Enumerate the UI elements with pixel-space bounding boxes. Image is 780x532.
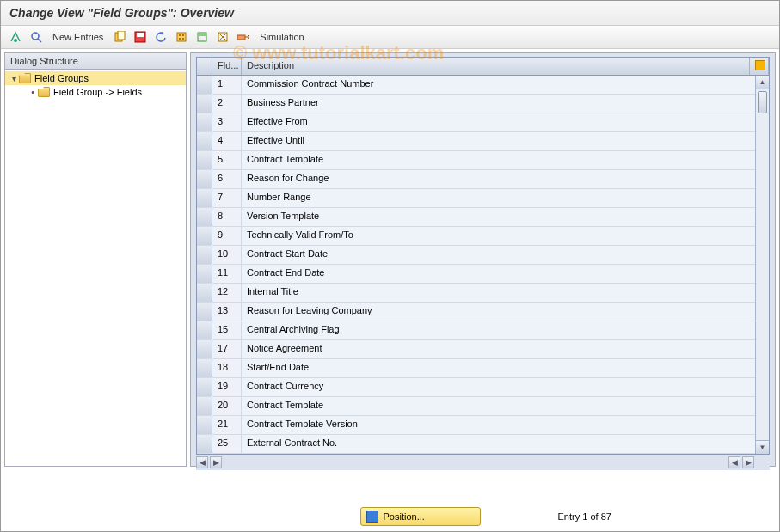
simulation-button[interactable]: Simulation: [256, 30, 307, 44]
row-selector[interactable]: [197, 189, 212, 207]
row-selector[interactable]: [197, 340, 212, 358]
row-selector[interactable]: [197, 435, 212, 453]
scroll-left-button[interactable]: ◀: [196, 456, 208, 468]
deselect-all-icon[interactable]: [215, 29, 230, 45]
table-row[interactable]: 19Contract Currency: [197, 378, 769, 397]
scroll-right-end-button[interactable]: ▶: [742, 456, 754, 468]
select-block-icon[interactable]: [194, 29, 210, 45]
cell-fld[interactable]: 9: [212, 227, 242, 245]
cell-description[interactable]: Reason for Change: [242, 170, 769, 188]
cell-fld[interactable]: 25: [212, 435, 242, 453]
cell-description[interactable]: Reason for Leaving Company: [242, 303, 769, 321]
row-selector[interactable]: [197, 246, 212, 264]
other-view-icon[interactable]: [8, 29, 23, 45]
cell-description[interactable]: Notice Agreement: [242, 340, 769, 358]
column-fld[interactable]: Fld...: [212, 58, 242, 75]
collapse-icon[interactable]: ▾: [9, 74, 19, 83]
cell-description[interactable]: Contract End Date: [242, 265, 769, 283]
cell-description[interactable]: Contract Start Date: [242, 246, 769, 264]
table-row[interactable]: 8Version Template: [197, 208, 769, 227]
row-selector[interactable]: [197, 113, 212, 131]
cell-fld[interactable]: 8: [212, 208, 242, 226]
table-row[interactable]: 9Technically Valid From/To: [197, 227, 769, 246]
table-row[interactable]: 11Contract End Date: [197, 265, 769, 284]
scroll-track[interactable]: [756, 89, 769, 440]
column-selector[interactable]: [197, 58, 212, 75]
table-row[interactable]: 1Commission Contract Number: [197, 76, 769, 95]
transport-icon[interactable]: [236, 29, 251, 45]
position-button[interactable]: Position...: [360, 507, 481, 526]
copy-icon[interactable]: [112, 29, 127, 45]
cell-fld[interactable]: 13: [212, 303, 242, 321]
row-selector[interactable]: [197, 284, 212, 302]
vertical-scrollbar[interactable]: ▲ ▼: [755, 76, 769, 454]
row-selector[interactable]: [197, 170, 212, 188]
cell-description[interactable]: Start/End Date: [242, 359, 769, 377]
table-row[interactable]: 20Contract Template: [197, 397, 769, 416]
undo-icon[interactable]: [153, 29, 169, 45]
row-selector[interactable]: [197, 132, 212, 150]
row-selector[interactable]: [197, 76, 212, 94]
configure-columns-button[interactable]: [750, 58, 769, 75]
column-description[interactable]: Description: [242, 58, 750, 75]
cell-fld[interactable]: 5: [212, 151, 242, 169]
table-row[interactable]: 21Contract Template Version: [197, 416, 769, 435]
row-selector[interactable]: [197, 378, 212, 396]
table-row[interactable]: 10Contract Start Date: [197, 246, 769, 265]
save-icon[interactable]: [132, 29, 148, 45]
cell-fld[interactable]: 11: [212, 265, 242, 283]
cell-description[interactable]: Contract Template: [242, 151, 769, 169]
table-row[interactable]: 17Notice Agreement: [197, 340, 769, 359]
scroll-down-button[interactable]: ▼: [756, 440, 769, 454]
row-selector[interactable]: [197, 416, 212, 434]
cell-description[interactable]: Number Range: [242, 189, 769, 207]
cell-fld[interactable]: 1: [212, 76, 242, 94]
cell-fld[interactable]: 12: [212, 284, 242, 302]
row-selector[interactable]: [197, 397, 212, 415]
scroll-thumb[interactable]: [758, 91, 767, 113]
cell-fld[interactable]: 4: [212, 132, 242, 150]
cell-description[interactable]: Contract Template: [242, 397, 769, 415]
cell-description[interactable]: Internal Title: [242, 284, 769, 302]
row-selector[interactable]: [197, 151, 212, 169]
row-selector[interactable]: [197, 321, 212, 339]
cell-description[interactable]: Technically Valid From/To: [242, 227, 769, 245]
table-row[interactable]: 18Start/End Date: [197, 359, 769, 378]
cell-fld[interactable]: 18: [212, 359, 242, 377]
row-selector[interactable]: [197, 95, 212, 113]
cell-fld[interactable]: 10: [212, 246, 242, 264]
new-entries-button[interactable]: New Entries: [49, 30, 107, 44]
row-selector[interactable]: [197, 227, 212, 245]
cell-fld[interactable]: 6: [212, 170, 242, 188]
cell-description[interactable]: Central Archiving Flag: [242, 321, 769, 339]
cell-description[interactable]: Business Partner: [242, 95, 769, 113]
cell-fld[interactable]: 17: [212, 340, 242, 358]
scroll-left-end-button[interactable]: ◀: [728, 456, 740, 468]
row-selector[interactable]: [197, 208, 212, 226]
cell-fld[interactable]: 15: [212, 321, 242, 339]
tree-node-field-group-fields[interactable]: • Field Group -> Fields: [5, 85, 186, 99]
row-selector[interactable]: [197, 359, 212, 377]
cell-description[interactable]: External Contract No.: [242, 435, 769, 453]
cell-fld[interactable]: 21: [212, 416, 242, 434]
cell-fld[interactable]: 3: [212, 113, 242, 131]
table-row[interactable]: 2Business Partner: [197, 95, 769, 113]
cell-fld[interactable]: 7: [212, 189, 242, 207]
select-all-icon[interactable]: [174, 29, 189, 45]
cell-fld[interactable]: 2: [212, 95, 242, 113]
cell-description[interactable]: Contract Currency: [242, 378, 769, 396]
table-row[interactable]: 4Effective Until: [197, 132, 769, 151]
row-selector[interactable]: [197, 303, 212, 321]
table-row[interactable]: 3Effective From: [197, 113, 769, 132]
cell-fld[interactable]: 19: [212, 378, 242, 396]
table-row[interactable]: 13Reason for Leaving Company: [197, 303, 769, 321]
cell-fld[interactable]: 20: [212, 397, 242, 415]
cell-description[interactable]: Effective Until: [242, 132, 769, 150]
scroll-right-button[interactable]: ▶: [210, 456, 222, 468]
table-row[interactable]: 15Central Archiving Flag: [197, 321, 769, 340]
table-row[interactable]: 25External Contract No.: [197, 435, 769, 454]
table-row[interactable]: 12Internal Title: [197, 284, 769, 303]
cell-description[interactable]: Effective From: [242, 113, 769, 131]
tree-node-field-groups[interactable]: ▾ Field Groups: [5, 71, 186, 85]
row-selector[interactable]: [197, 265, 212, 283]
